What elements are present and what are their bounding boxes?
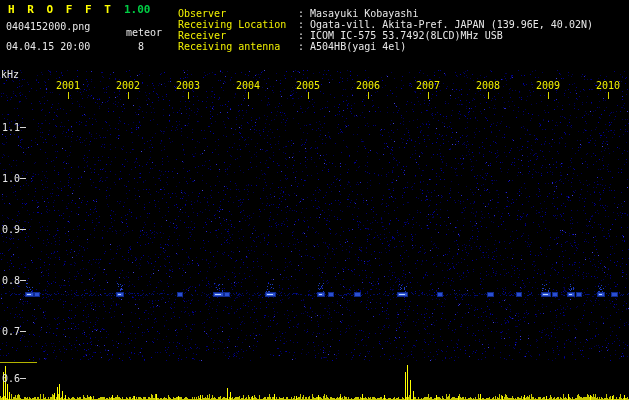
freq-tick-label: 0.8 <box>2 275 20 286</box>
freq-tick-label: 1.1 <box>2 122 20 133</box>
info-row-antenna: Receiving antenna : A504HB(yagi 4el) <box>178 41 593 52</box>
freq-tick-label: 0.6 <box>2 373 20 384</box>
time-tick-label: 2004 <box>234 80 262 91</box>
freq-tick-label: 0.9 <box>2 224 20 235</box>
freq-tick-label: 1.0 <box>2 173 20 184</box>
info-value: Ogata-vill. Akita-Pref. JAPAN (139.96E, … <box>310 19 593 30</box>
info-value: Masayuki Kobayashi <box>310 8 418 19</box>
info-value: A504HB(yagi 4el) <box>310 41 406 52</box>
info-colon: : <box>298 19 304 30</box>
time-tick-label: 2005 <box>294 80 322 91</box>
time-tick-label: 2002 <box>114 80 142 91</box>
freq-tick-label: 0.7 <box>2 326 20 337</box>
info-row-receiver: Receiver : ICOM IC-575 53.7492(8LCD)MHz … <box>178 30 593 41</box>
app-version-label: 1.00 <box>124 3 151 16</box>
info-row-location: Receiving Location : Ogata-vill. Akita-P… <box>178 19 593 30</box>
info-value: ICOM IC-575 53.7492(8LCD)MHz USB <box>310 30 503 41</box>
info-row-observer: Observer : Masayuki Kobayashi <box>178 8 593 19</box>
time-tick-label: 2008 <box>474 80 502 91</box>
echo-count-label: 8 <box>138 41 144 52</box>
app-title: H R O F F T <box>8 3 114 16</box>
info-colon: : <box>298 41 304 52</box>
time-tick-label: 2009 <box>534 80 562 91</box>
time-tick-label: 2003 <box>174 80 202 91</box>
timestamp-label: 04.04.15 20:00 <box>6 41 90 52</box>
mode-label: meteor <box>126 27 162 38</box>
filename-label: 0404152000.png <box>6 21 90 32</box>
time-tick-label: 2006 <box>354 80 382 91</box>
info-label: Receiving antenna <box>178 41 298 52</box>
info-label: Receiver <box>178 30 298 41</box>
info-colon: : <box>298 8 304 19</box>
observer-info-block: Observer : Masayuki Kobayashi Receiving … <box>178 8 593 52</box>
spectrogram-canvas <box>0 0 629 400</box>
info-colon: : <box>298 30 304 41</box>
time-tick-label: 2001 <box>54 80 82 91</box>
time-tick-label: 2010 <box>594 80 622 91</box>
time-tick-label: 2007 <box>414 80 442 91</box>
y-axis-unit-label: kHz <box>1 69 19 80</box>
hrofft-screen: H R O F F T 1.00 0404152000.png meteor 0… <box>0 0 629 400</box>
info-label: Observer <box>178 8 298 19</box>
info-label: Receiving Location <box>178 19 298 30</box>
